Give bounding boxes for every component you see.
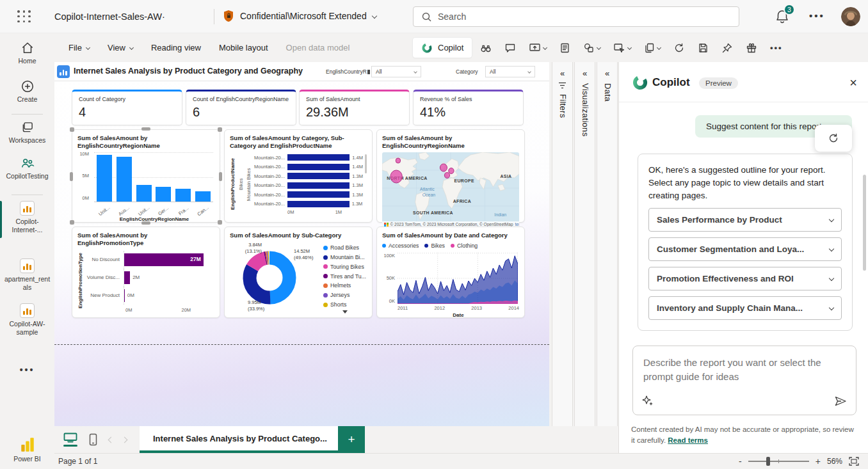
bar[interactable] — [287, 154, 350, 161]
toolbar-more-button[interactable]: ••• — [767, 40, 786, 56]
open-data-model-button[interactable]: Open data model — [277, 33, 359, 62]
mobile-view-button[interactable] — [89, 433, 97, 446]
expand-icon[interactable]: « — [552, 68, 572, 78]
file-menu[interactable]: File — [60, 33, 99, 62]
legend-item[interactable]: Helmets — [323, 281, 367, 290]
legend-item[interactable]: Accessories — [382, 241, 419, 251]
bar[interactable] — [287, 173, 350, 179]
filters-panel-collapsed[interactable]: « Filters — [552, 62, 573, 426]
column-bar[interactable] — [195, 191, 211, 201]
close-icon[interactable]: × — [844, 74, 862, 91]
visualizations-panel-collapsed[interactable]: « Visualizations — [574, 62, 595, 426]
search-input[interactable]: Search — [413, 6, 739, 27]
column-bar[interactable] — [156, 187, 171, 201]
visual-bar-chart-product[interactable]: Sum of SalesAmount by Category, Sub-Cate… — [224, 129, 373, 223]
bar[interactable] — [124, 289, 125, 302]
scrollbar[interactable] — [863, 175, 866, 271]
copilot-input[interactable]: Describe the report you want or select t… — [632, 346, 856, 415]
column-bar[interactable] — [97, 155, 112, 201]
page-tab-active[interactable]: Internet Sales Analysis by Product Categ… — [140, 426, 338, 453]
visual-map-country[interactable]: Sum of SalesAmount by EnglishCountryRegi… — [376, 129, 525, 223]
visual-area-chart-date[interactable]: Sum of SalesAmount by Date and Category … — [376, 227, 525, 318]
map-bubble[interactable] — [449, 168, 454, 173]
sidebar-item-workspaces[interactable]: Workspaces — [0, 120, 54, 145]
notes-button[interactable] — [556, 39, 574, 57]
zoom-slider[interactable] — [748, 461, 809, 462]
copy-page-button[interactable] — [641, 39, 664, 57]
topic-dropdown-promotion-effectiveness[interactable]: Promotion Effectiveness and ROI — [648, 267, 842, 290]
topic-dropdown-inventory-supply[interactable]: Inventory and Supply Chain Mana... — [648, 296, 842, 320]
legend-item[interactable]: Jerseys — [323, 290, 367, 300]
map-bubble[interactable] — [440, 164, 447, 171]
save-button[interactable] — [695, 39, 712, 57]
selection-handle[interactable] — [218, 127, 222, 132]
map-bubble[interactable] — [390, 170, 402, 183]
selection-handle[interactable] — [219, 172, 222, 181]
selection-handle[interactable] — [218, 220, 222, 225]
notifications-button[interactable]: 3 — [775, 9, 793, 26]
zoom-in-button[interactable]: + — [816, 456, 821, 466]
bar[interactable] — [287, 191, 350, 198]
sidebar-item-copilot-aw-sample[interactable]: Copilot-AW-sample — [0, 303, 54, 336]
topic-dropdown-sales-performance[interactable]: Sales Performance by Product — [648, 208, 842, 232]
bar[interactable] — [124, 271, 130, 284]
kpi-card-count-of-category[interactable]: Count of Category 4 — [72, 90, 182, 125]
visual-column-chart-country[interactable]: Sum of SalesAmount by EnglishCountryRegi… — [72, 129, 220, 223]
kpi-card-sum-of-salesamount[interactable]: Sum of SalesAmount 29.36M — [299, 90, 410, 125]
desktop-view-button[interactable] — [62, 433, 79, 447]
new-visual-button[interactable] — [610, 39, 634, 57]
reading-view-button[interactable]: Reading view — [142, 33, 210, 62]
legend-item[interactable]: Tires and Tu... — [323, 271, 367, 281]
pin-button[interactable] — [718, 39, 736, 57]
next-page-icon[interactable] — [122, 436, 128, 443]
selection-handle[interactable] — [70, 172, 73, 181]
prompt-guide-icon[interactable] — [642, 395, 654, 407]
map-bubble[interactable] — [444, 172, 449, 178]
legend-item[interactable]: Bikes — [424, 241, 445, 251]
present-button[interactable] — [526, 39, 550, 57]
column-bar[interactable] — [136, 185, 152, 202]
legend-item[interactable]: Road Bikes — [323, 243, 367, 253]
legend-item[interactable]: Mountain Bi... — [323, 253, 367, 262]
column-bar[interactable] — [117, 157, 132, 202]
legend-item[interactable]: Touring Bikes — [323, 262, 367, 271]
copilot-button[interactable]: Copilot — [413, 38, 472, 58]
regenerate-button[interactable] — [815, 125, 852, 152]
sidebar-item-copilottesting[interactable]: CopilotTesting — [0, 156, 54, 180]
category-filter-dropdown[interactable]: All — [485, 66, 535, 77]
shapes-button[interactable] — [580, 39, 604, 57]
scrollbar[interactable] — [365, 154, 367, 173]
selection-handle[interactable] — [141, 221, 150, 225]
sidebar-item-apartment-rentals[interactable]: apartment_rentals — [0, 258, 54, 291]
visual-donut-subcategory[interactable]: Sum of SalesAmount by Sub-Category 3.84M… — [224, 227, 373, 318]
sidebar-item-home[interactable]: Home — [0, 41, 54, 65]
legend-scroll-arrow[interactable] — [342, 310, 348, 314]
country-filter-dropdown[interactable]: All — [371, 66, 421, 77]
kpi-card-revenue-pct[interactable]: Revenue % of Sales 41% — [413, 90, 524, 125]
topic-dropdown-customer-segmentation[interactable]: Customer Segmentation and Loya... — [648, 237, 842, 261]
column-bar[interactable] — [175, 189, 191, 202]
legend-item[interactable]: Clothing — [451, 241, 478, 251]
selection-handle[interactable] — [141, 127, 150, 131]
kpi-card-count-of-country[interactable]: Count of EnglishCountryRegionName 6 — [186, 90, 296, 125]
map-bubble[interactable] — [396, 158, 400, 163]
view-menu[interactable]: View — [99, 33, 142, 62]
mobile-layout-button[interactable]: Mobile layout — [210, 33, 277, 62]
bar[interactable] — [287, 182, 350, 189]
more-options-icon[interactable]: ••• — [809, 10, 825, 21]
visual-bar-chart-promotion[interactable]: Sum of SalesAmount by EnglishPromotionTy… — [72, 227, 220, 318]
expand-icon[interactable]: « — [575, 68, 595, 78]
sidebar-more-button[interactable]: ••• — [0, 365, 54, 375]
send-icon[interactable] — [834, 395, 847, 407]
comments-button[interactable] — [501, 39, 519, 57]
whats-new-button[interactable] — [743, 39, 760, 57]
sidebar-item-copilot-internet[interactable]: Copilot-Internet-... — [0, 201, 54, 234]
sensitivity-label[interactable]: Confidential\Microsoft Extended — [223, 10, 376, 22]
bar[interactable] — [287, 201, 350, 207]
avatar[interactable] — [841, 7, 860, 26]
read-terms-link[interactable]: Read terms — [668, 436, 708, 444]
map-visual[interactable]: NORTH AMERICAEUROPEASIAAFRICASOUTH AMERI… — [382, 152, 519, 228]
sidebar-item-create[interactable]: Create — [0, 79, 54, 104]
legend-item[interactable]: Shorts — [323, 300, 367, 310]
selection-handle[interactable] — [70, 220, 74, 225]
